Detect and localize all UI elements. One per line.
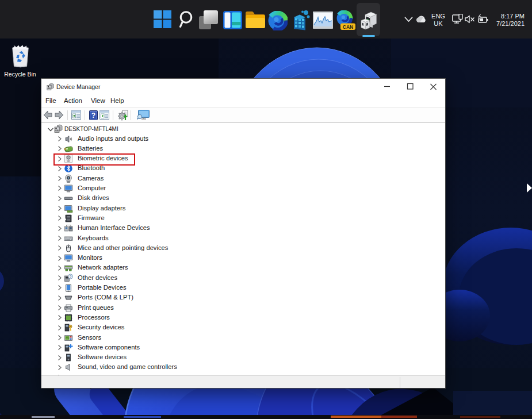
svg-text:?: ?	[70, 274, 72, 278]
svg-text:?: ?	[91, 112, 95, 120]
svg-text:CAN: CAN	[343, 24, 353, 30]
